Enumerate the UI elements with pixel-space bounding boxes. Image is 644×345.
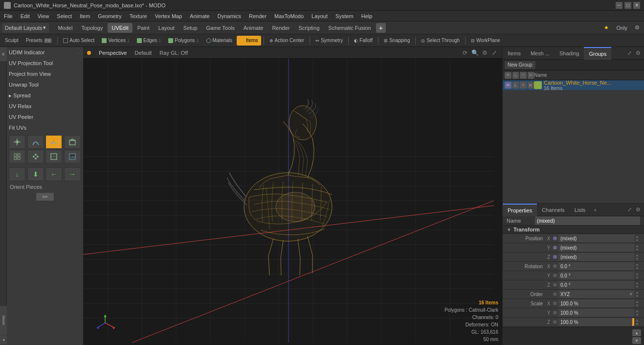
viewport-expand-icon[interactable]: ⤢ xyxy=(490,49,498,57)
rotation-z-input[interactable]: 0.0 ° xyxy=(558,281,634,289)
tool-btn-move[interactable] xyxy=(9,135,25,149)
star-button[interactable]: ★ xyxy=(601,23,611,33)
tab-setup[interactable]: Setup xyxy=(179,23,201,33)
tool-project-view[interactable]: Project from View xyxy=(7,69,83,79)
rotation-x-dot[interactable] xyxy=(553,264,557,268)
menu-view[interactable]: View xyxy=(34,11,53,22)
position-z-input[interactable]: (mixed) xyxy=(558,253,634,261)
scale-x-dot[interactable] xyxy=(553,301,557,305)
group-row-0[interactable]: 👁 L ? R Cartoon_White_Horse_Ne... 16 Ite… xyxy=(503,80,644,90)
position-y-dot[interactable] xyxy=(553,246,557,250)
tool-uv-projection[interactable]: UV Projection Tool xyxy=(7,58,83,69)
prop-tab-lists[interactable]: Lists xyxy=(570,204,591,216)
prop-tab-properties[interactable]: Properties xyxy=(503,204,537,216)
menu-render[interactable]: Render xyxy=(245,11,270,22)
tab-model[interactable]: Model xyxy=(54,23,76,33)
scale-z-dot[interactable] xyxy=(553,320,557,324)
viewport-settings-icon[interactable]: ⚙ xyxy=(481,49,489,57)
tool-btn-arc[interactable] xyxy=(27,135,44,149)
snapping-button[interactable]: ⊞ Snapping xyxy=(381,36,413,46)
tab-layout[interactable]: Layout xyxy=(155,23,178,33)
rotation-z-down[interactable]: ▼ xyxy=(634,285,640,289)
polygons-button[interactable]: Polygons 1 xyxy=(165,36,201,46)
menu-select[interactable]: Select xyxy=(53,11,76,22)
group-visibility-icon[interactable]: 👁 xyxy=(505,82,511,89)
tool-spread[interactable]: ▸ Spread xyxy=(7,90,83,101)
tab-paint[interactable]: Paint xyxy=(133,23,154,33)
add-tab-button[interactable]: + xyxy=(376,23,386,33)
vertices-button[interactable]: Vertices 1 xyxy=(99,36,133,46)
prop-tab-add[interactable]: + xyxy=(590,205,600,215)
sculpt-button[interactable]: Sculpt xyxy=(2,36,22,46)
tab-animate[interactable]: Animate xyxy=(240,23,267,33)
menu-vertex-map[interactable]: Vertex Map xyxy=(151,11,186,22)
settings-button[interactable]: ⚙ xyxy=(632,23,642,33)
viewport[interactable]: Perspective Default Ray GL: Off ⟳ 🔍 ⚙ ⤢ xyxy=(83,47,502,345)
menu-animate[interactable]: Animate xyxy=(186,11,213,22)
right-tab-groups[interactable]: Groups xyxy=(584,47,611,60)
group-render-icon[interactable]: R xyxy=(528,82,534,89)
menu-help[interactable]: Help xyxy=(357,11,377,22)
menu-edit[interactable]: Edit xyxy=(17,11,34,22)
tool-uv-peeler[interactable]: UV Peeler xyxy=(7,112,83,122)
more-button[interactable]: >> xyxy=(36,193,54,201)
new-group-button[interactable]: New Group xyxy=(505,61,535,69)
scale-y-input[interactable]: 100.0 % xyxy=(558,309,634,317)
tab-render[interactable]: Render xyxy=(268,23,293,33)
viewport-canvas[interactable]: 16 Items Polygons : Catmull-Clark Channe… xyxy=(83,59,502,345)
prop-settings-icon[interactable]: ⚙ xyxy=(634,206,642,214)
tool-btn-tex[interactable]: UV xyxy=(64,150,81,163)
right-settings-icon[interactable]: ⚙ xyxy=(634,49,642,57)
tool-btn-grid[interactable] xyxy=(9,150,25,163)
rotation-y-input[interactable]: 0.0 ° xyxy=(558,272,634,279)
menu-layout[interactable]: Layout xyxy=(308,11,332,22)
tool-fit-uvs[interactable]: Fit UVs xyxy=(7,122,83,133)
right-tab-shading[interactable]: Shading xyxy=(555,47,584,60)
symmetry-button[interactable]: ⇔ Symmetry xyxy=(312,36,346,46)
prop-nav-down[interactable]: ▼ xyxy=(632,337,641,344)
close-button[interactable]: ✕ xyxy=(633,2,640,9)
position-z-down[interactable]: ▼ xyxy=(634,257,640,261)
layout-dropdown[interactable]: Default Layouts ▾ xyxy=(2,23,49,33)
order-dot[interactable] xyxy=(553,292,557,296)
tool-btn-3d-move[interactable] xyxy=(45,135,62,149)
arrow-btn-left[interactable]: ← xyxy=(45,167,62,181)
presets-button[interactable]: Presets F6 xyxy=(23,36,55,46)
left-tab-mesh[interactable]: Mesh xyxy=(0,306,7,335)
tool-btn-square[interactable] xyxy=(45,150,62,163)
menu-geometry[interactable]: Geometry xyxy=(94,11,125,22)
scale-x-down[interactable]: ▼ xyxy=(634,303,640,307)
position-x-dot[interactable] xyxy=(553,236,557,240)
prop-name-value[interactable]: (mixed) xyxy=(535,216,640,225)
edges-button[interactable]: Edges 1 xyxy=(134,36,164,46)
scale-y-dot[interactable] xyxy=(553,311,557,315)
tool-btn-dots[interactable] xyxy=(27,150,44,163)
menu-system[interactable]: System xyxy=(332,11,357,22)
position-y-down[interactable]: ▼ xyxy=(634,248,640,252)
scale-x-input[interactable]: 100.0 % xyxy=(558,299,634,307)
prop-tab-channels[interactable]: Channels xyxy=(537,204,569,216)
menu-maxtomodo[interactable]: MaxToModo xyxy=(270,11,308,22)
tool-btn-box[interactable] xyxy=(64,135,81,149)
order-input[interactable]: XYZ ▾ xyxy=(558,290,634,298)
left-tab-expand[interactable]: ◂ xyxy=(0,335,7,345)
titlebar-controls[interactable]: ─ □ ✕ xyxy=(616,2,640,9)
workplane-button[interactable]: ⊟ WorkPlane xyxy=(468,36,503,46)
position-x-down[interactable]: ▼ xyxy=(634,238,640,242)
order-down[interactable]: ▼ xyxy=(634,294,640,298)
menu-texture[interactable]: Texture xyxy=(126,11,151,22)
falloff-button[interactable]: ◐ Falloff xyxy=(351,36,376,46)
action-center-button[interactable]: ⊕ Action Center xyxy=(266,36,308,46)
group-lock-icon[interactable]: L xyxy=(512,82,519,89)
auto-select-button[interactable]: Auto Select xyxy=(60,36,97,46)
tab-scripting[interactable]: Scripting xyxy=(295,23,324,33)
arrow-btn-right[interactable]: → xyxy=(64,167,81,181)
materials-button[interactable]: Materials xyxy=(203,36,236,46)
menu-item[interactable]: Item xyxy=(76,11,94,22)
left-tab-main[interactable]: ≡ xyxy=(0,47,7,62)
maximize-button[interactable]: □ xyxy=(624,2,631,9)
scale-z-down[interactable]: ▼ xyxy=(634,322,640,326)
select-through-button[interactable]: ◎ Select Through xyxy=(418,36,463,46)
rotation-x-down[interactable]: ▼ xyxy=(634,266,640,270)
rotation-y-down[interactable]: ▼ xyxy=(634,276,640,279)
